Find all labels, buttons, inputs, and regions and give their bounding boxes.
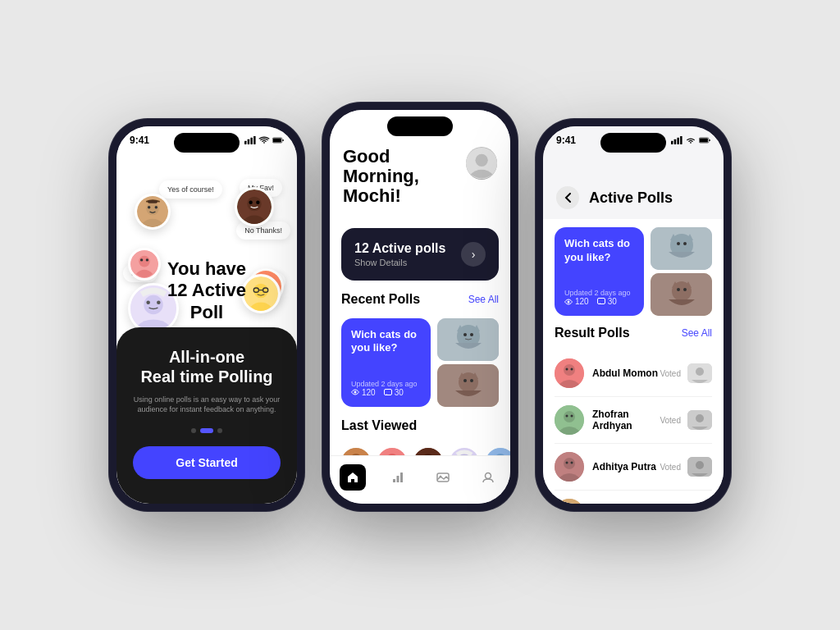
- svg-point-86: [566, 415, 568, 418]
- result-item-3[interactable]: Faza Dzikrulloh Voted: [555, 491, 712, 504]
- get-started-button[interactable]: Get Started: [133, 446, 281, 479]
- result-polls-see-all[interactable]: See All: [682, 327, 712, 339]
- svg-point-39: [463, 333, 467, 336]
- svg-rect-36: [384, 389, 391, 395]
- result-right-2: Voted: [660, 457, 712, 477]
- dynamic-island-2: [387, 116, 453, 136]
- poll-center-text: You have 12 Active Poll: [162, 258, 252, 323]
- result-item-2[interactable]: Adhitya Putra Voted: [555, 444, 712, 491]
- svg-rect-56: [396, 476, 399, 482]
- result-name-0: Abdul Momon: [592, 368, 658, 379]
- greeting-line2: Mochi!: [343, 186, 466, 206]
- nav-polls[interactable]: [385, 464, 411, 491]
- show-details: Show Details: [354, 258, 445, 267]
- result-item-0[interactable]: Abdul Momon Voted: [555, 350, 712, 397]
- svg-rect-1: [248, 139, 249, 144]
- poll-updated: Updated 2 days ago: [351, 380, 421, 388]
- svg-rect-5: [282, 139, 283, 141]
- result-face-1: [555, 405, 584, 435]
- svg-point-80: [566, 368, 568, 371]
- result-right-1: Voted: [660, 410, 712, 430]
- feature-cat-svg-2: [651, 273, 712, 316]
- feature-poll-title: Wich cats do you like?: [564, 237, 634, 265]
- cat-image-bottom: [437, 364, 499, 407]
- poll-views: 120: [351, 388, 376, 397]
- phone-onboarding: 9:41: [108, 118, 305, 512]
- svg-point-14: [249, 201, 252, 204]
- lv-avatar-3[interactable]: [413, 448, 443, 455]
- home-svg: [346, 471, 359, 484]
- feature-poll-meta: Updated 2 days ago 120: [564, 289, 634, 306]
- phone1-cta: All-in-one Real time Polling Using onlin…: [116, 327, 297, 504]
- avatar-face-2: [237, 189, 272, 224]
- back-button[interactable]: [556, 186, 579, 209]
- cta-title: All-in-one Real time Polling: [133, 347, 281, 386]
- svg-rect-64: [680, 136, 682, 144]
- lv-avatar-2[interactable]: [377, 448, 407, 455]
- signal-icon-1: [244, 136, 256, 144]
- result-name-3: Faza Dzikrulloh: [592, 502, 660, 504]
- result-face-0: [555, 358, 584, 388]
- phone3-body: Wich cats do you like? Updated 2 days ag…: [543, 219, 724, 504]
- thumb-svg-0: [687, 363, 712, 383]
- result-avatar-3: [555, 499, 584, 504]
- nav-home[interactable]: [340, 464, 366, 491]
- svg-rect-3: [253, 136, 255, 144]
- user-avatar[interactable]: [466, 147, 497, 180]
- nav-gallery[interactable]: [430, 464, 456, 491]
- feature-cat-bottom: [651, 273, 712, 316]
- active-polls-chevron[interactable]: ›: [461, 242, 486, 267]
- svg-rect-63: [677, 138, 678, 144]
- lv-avatar-4[interactable]: [450, 448, 479, 455]
- active-polls-card[interactable]: 12 Active polls Show Details ›: [341, 228, 499, 281]
- back-icon: [564, 193, 571, 203]
- last-viewed-header: Last Viewed: [341, 418, 499, 433]
- voted-label-0: Voted: [660, 369, 681, 378]
- phone2-body: 12 Active polls Show Details › Recent Po…: [330, 220, 510, 455]
- comment-icon-3: [597, 298, 605, 305]
- svg-rect-57: [400, 472, 403, 482]
- result-avatar-0: [555, 358, 584, 388]
- speech-bubble-1: Yes of course!: [159, 180, 222, 199]
- result-face-2: [555, 452, 584, 482]
- result-left-3: Faza Dzikrulloh: [555, 499, 660, 504]
- result-left-0: Abdul Momon: [555, 358, 658, 388]
- lv-avatar-5[interactable]: [486, 448, 510, 455]
- gallery-svg: [436, 471, 450, 484]
- result-avatar-2: [555, 452, 584, 482]
- active-polls-info: 12 Active polls Show Details: [354, 241, 445, 267]
- svg-point-95: [696, 461, 704, 469]
- dynamic-island-1: [174, 133, 240, 153]
- svg-point-91: [564, 458, 575, 469]
- svg-point-83: [696, 368, 704, 376]
- recent-polls-see-all[interactable]: See All: [468, 294, 499, 305]
- active-poll-feature[interactable]: Wich cats do you like? Updated 2 days ag…: [555, 227, 712, 316]
- svg-point-79: [564, 364, 575, 376]
- svg-point-13: [247, 197, 262, 212]
- result-item-1[interactable]: Zhofran Ardhyan Voted: [555, 397, 712, 444]
- nav-profile[interactable]: [475, 464, 501, 491]
- user-avatar-img: [466, 148, 497, 179]
- svg-rect-61: [671, 141, 673, 144]
- polls-svg: [391, 471, 404, 484]
- wifi-icon-3: [685, 136, 696, 144]
- dot-2: [200, 428, 213, 433]
- svg-rect-62: [674, 139, 676, 144]
- avatar-3: [128, 248, 161, 281]
- svg-point-27: [157, 301, 161, 305]
- svg-point-92: [566, 462, 568, 464]
- thumb-svg-1: [687, 410, 712, 430]
- feature-images: [651, 227, 712, 316]
- svg-point-40: [470, 333, 473, 336]
- recent-poll-card[interactable]: Wich cats do you like? Updated 2 days ag…: [341, 318, 499, 407]
- svg-point-43: [463, 379, 467, 382]
- result-left-2: Adhitya Putra: [555, 452, 656, 482]
- svg-point-10: [155, 206, 158, 208]
- svg-point-73: [683, 242, 687, 245]
- page-title: Active Polls: [589, 189, 673, 207]
- poll-meta: Updated 2 days ago 120: [351, 380, 421, 397]
- status-time-1: 9:41: [130, 135, 149, 146]
- lv-avatar-1[interactable]: [341, 448, 371, 455]
- cat-svg-2: [437, 364, 499, 407]
- svg-point-87: [571, 415, 573, 418]
